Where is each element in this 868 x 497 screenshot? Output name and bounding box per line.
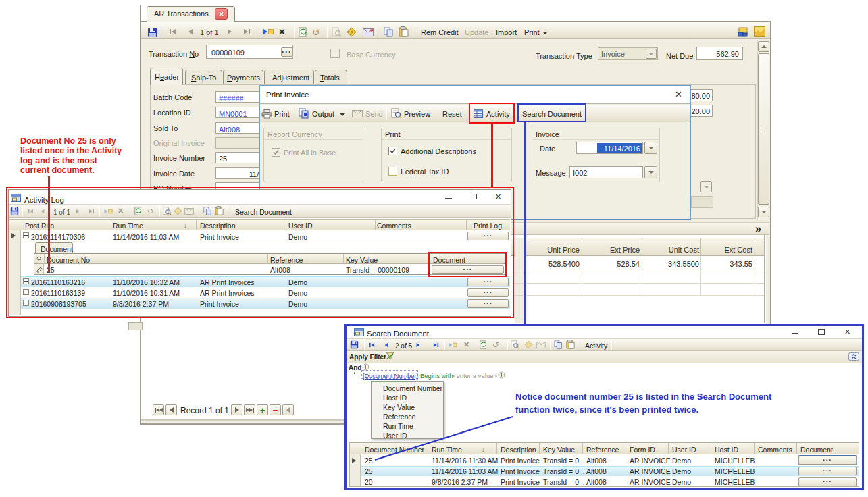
svg-text:?: ?: [350, 30, 353, 36]
